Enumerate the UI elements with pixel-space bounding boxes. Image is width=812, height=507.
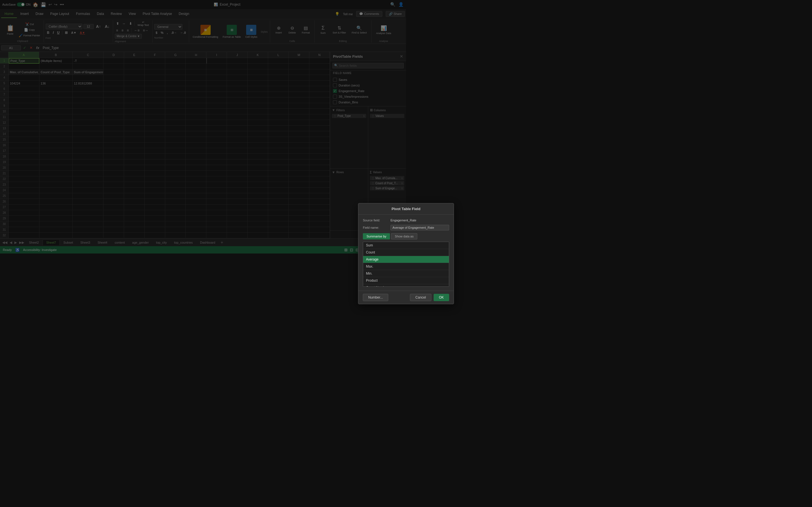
modal-title: Pivot Table Field (358, 203, 406, 215)
modal-function-list[interactable]: Sum Count Average Max. Min. Product Coun… (363, 242, 406, 254)
list-item-sum[interactable]: Sum (363, 242, 406, 249)
summarise-by-tab[interactable]: Summarise by (363, 233, 390, 239)
source-field-row: Source field: Engagement_Rate (363, 219, 406, 222)
field-name-row: Field name: (363, 225, 406, 230)
field-name-field-label: Field name: (363, 226, 388, 229)
source-field-label: Source field: (363, 219, 388, 222)
modal-tabs: Summarise by Show data as (363, 233, 406, 239)
modal-overlay[interactable]: Pivot Table Field Source field: Engageme… (0, 0, 406, 253)
modal-pivot-field: Pivot Table Field Source field: Engageme… (358, 203, 406, 254)
source-field-value: Engagement_Rate (391, 219, 406, 222)
modal-body: Source field: Engagement_Rate Field name… (358, 215, 406, 254)
show-data-as-tab[interactable]: Show data as (391, 233, 406, 239)
list-item-count[interactable]: Count (363, 249, 406, 254)
field-name-input[interactable] (391, 225, 406, 230)
